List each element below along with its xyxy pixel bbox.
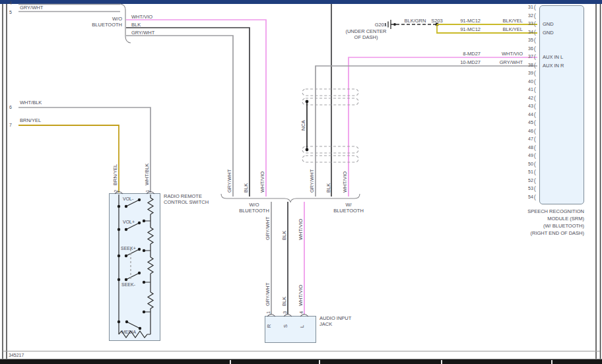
module-pin-terminal-arc: ( (534, 169, 536, 175)
rot-jack-pin1: 1 (265, 311, 271, 314)
wire-brnyel-pin7 (18, 125, 119, 193)
module-pin-number: 39 (528, 71, 533, 75)
circuit-91mc12-b: 91-MC12 (453, 27, 481, 32)
module-pin-32: 32( (516, 13, 536, 18)
button-vol-plus: VOL+ (123, 220, 135, 224)
module-pin-terminal-arc: ( (534, 63, 536, 68)
module-pin-terminal-arc: ( (534, 71, 536, 76)
module-pin-42: 42( (516, 96, 536, 101)
wo-bluetooth-top-line2: BLUETOOTH (86, 22, 122, 28)
module-pin-41: 41( (516, 87, 536, 92)
button-media: MEDIA (121, 330, 136, 334)
rot-right-grywht: GRY/WHT (309, 169, 315, 193)
module-pin-49: 49( (516, 153, 536, 158)
rot-left-grywht: GRY/WHT (226, 169, 232, 193)
wire-label-grywht-top: GRY/WHT (131, 30, 154, 36)
rot-jack-wire-grywht: GRY/WHT (265, 282, 271, 306)
module-pin-43: 43( (516, 104, 536, 109)
rot-jack-terminal-s: S (283, 324, 288, 328)
module-pin-number: 33 (528, 21, 533, 26)
inline-connectors (302, 89, 358, 162)
module-pin-terminal-arc: ( (534, 21, 536, 26)
module-pin-34: 34( (516, 30, 536, 35)
wiring-diagram-page: BRN/YEL WHT/BLK 2 1 GRY/WHT BLK WHT/VIO … (0, 0, 602, 364)
merge-brace (221, 194, 360, 202)
module-pin-function-34: GND (543, 30, 554, 36)
module-pin-terminal-arc: ( (534, 13, 536, 18)
doc-number: 345217 (9, 353, 24, 357)
module-pin-33: 33( (516, 21, 536, 26)
ground-location-line2: OF DASH) (338, 35, 394, 40)
wire6-color-label: WHT/BLK (20, 100, 42, 106)
module-pin-function-37: AUX IN L (543, 55, 563, 60)
module-pin-36: 36( (516, 46, 536, 51)
module-pin-function-38: AUX IN R (543, 63, 564, 69)
module-pin-terminal-arc: ( (534, 46, 536, 51)
rot-merged-blk-upper: BLK (281, 231, 287, 240)
module-pin-function-33: GND (543, 22, 554, 27)
rot-merged-whtvio-upper: WHT/VIO (298, 219, 304, 240)
module-pin-44: 44( (516, 112, 536, 117)
rot-right-whtvio: WHT/VIO (342, 171, 348, 193)
module-pin-52: 52( (516, 178, 536, 183)
module-pin-terminal-arc: ( (534, 153, 536, 158)
ground-location-line1: (UNDER CENTER (338, 29, 394, 34)
pin7-number: 7 (9, 123, 12, 127)
jack-label-line1: AUDIO INPUT (319, 316, 351, 321)
brace-w-line2: BLUETOOTH (333, 208, 364, 214)
rot-left-whtvio: WHT/VIO (259, 171, 265, 193)
module-pin-terminal-arc: ( (534, 178, 536, 183)
module-pin-number: 34 (528, 30, 533, 34)
circuit-8md27: 8-MD27 (453, 51, 481, 57)
brace-w-line1: W/ (333, 202, 364, 208)
wire-grywht-wo-bt (126, 36, 233, 197)
nca-dot-bottom (306, 148, 309, 152)
module-pin-terminal-arc: ( (534, 54, 536, 59)
rot-merged-grywht-upper: GRY/WHT (265, 216, 271, 240)
button-seek-minus: SEEK- (121, 282, 135, 287)
switch-title-line2: CONTROL SWITCH (164, 200, 209, 205)
splice-s203-label: S203 (426, 18, 448, 24)
module-pin-terminal-arc: ( (534, 5, 536, 10)
brace-wo-line1: W/O (239, 202, 269, 208)
module-pin-number: 52 (528, 178, 533, 183)
module-pin-terminal-arc: ( (534, 129, 536, 134)
module-pin-number: 50 (528, 162, 533, 166)
module-pin-38: 38( (516, 63, 536, 68)
module-pin-number: 49 (528, 153, 533, 158)
module-pin-terminal-arc: ( (534, 96, 536, 101)
wo-bluetooth-top-line1: W/O (86, 16, 122, 22)
rot-switch-pin1: 1 (145, 190, 150, 193)
button-seek-plus: SEEK+ (121, 246, 136, 251)
jack-label-line2: JACK (319, 322, 332, 327)
rot-jack-wire-blk: BLK (281, 297, 287, 306)
wire-label-blk-top: BLK (131, 22, 141, 28)
srm-name-line2: MODULE (SRM) (462, 216, 584, 222)
module-pin-51: 51( (516, 169, 536, 175)
module-pin-terminal-arc: ( (534, 120, 536, 125)
module-pin-terminal-arc: ( (534, 195, 536, 200)
switch-contact-dots (117, 198, 145, 330)
switch-internals (119, 195, 153, 338)
module-pin-number: 48 (528, 145, 533, 150)
srm-name-line4: (RIGHT END OF DASH) (462, 231, 584, 236)
module-pin-number: 36 (528, 46, 533, 51)
rot-label-whtblk: WHT/BLK (144, 164, 150, 185)
module-pin-terminal-arc: ( (534, 87, 536, 92)
pin4-number: 4 (9, 1, 12, 5)
rot-left-blk: BLK (243, 183, 249, 193)
module-pin-number: 42 (528, 96, 533, 100)
module-pin-number: 44 (528, 112, 533, 117)
rot-jack-terminal-r: R (266, 324, 272, 328)
module-pin-47: 47( (516, 136, 536, 142)
module-pin-terminal-arc: ( (534, 162, 536, 167)
circuit-91mc12-a: 91-MC12 (453, 18, 481, 24)
module-pin-number: 53 (528, 186, 533, 191)
module-pin-45: 45( (516, 120, 536, 125)
module-pin-number: 35 (528, 38, 533, 42)
rot-switch-pin2: 2 (113, 190, 119, 193)
rot-jack-wire-whtvio: WHT/VIO (298, 285, 304, 306)
module-pin-terminal-arc: ( (534, 112, 536, 117)
ground-name: G201 (367, 22, 387, 28)
button-vol-minus: VOL- (123, 197, 133, 201)
